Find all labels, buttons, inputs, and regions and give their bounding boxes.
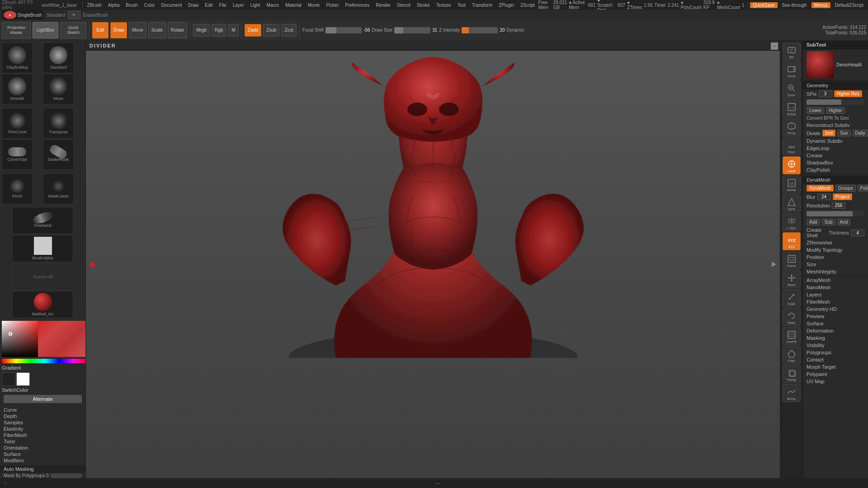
- z-intensity-slider[interactable]: [462, 27, 498, 33]
- rotate-btn[interactable]: Rotate: [168, 22, 187, 38]
- contact-item[interactable]: Contact: [803, 356, 868, 363]
- projection-master-btn[interactable]: Projection Master: [2, 22, 31, 38]
- higher-btn[interactable]: Higher: [826, 107, 844, 114]
- actual-icon-btn[interactable]: 1:1 Actual: [783, 99, 801, 117]
- daily-btn[interactable]: Daily: [853, 130, 868, 136]
- zadd-btn[interactable]: Zadd: [245, 24, 261, 37]
- draw-btn[interactable]: Draw: [110, 22, 127, 38]
- quick-sketch-btn[interactable]: Quick Sketch: [60, 22, 86, 38]
- layers-item[interactable]: Layers: [803, 291, 868, 298]
- menu-zplugin[interactable]: ZPlugin: [496, 2, 517, 9]
- scroll-icon-btn[interactable]: Scroll: [783, 61, 801, 80]
- add-btn[interactable]: Add: [807, 219, 820, 225]
- menu-brush[interactable]: Brush: [123, 2, 140, 9]
- polyf-icon-btn[interactable]: Polyf: [783, 346, 801, 364]
- prop-orientation[interactable]: Orientation: [4, 445, 82, 451]
- brush-pinch[interactable]: Pinch: [2, 174, 33, 204]
- dynamesh-title[interactable]: DynaMesh: [803, 176, 868, 184]
- menu-stroke[interactable]: Stroke: [414, 2, 433, 9]
- menu-color[interactable]: Color: [141, 2, 157, 9]
- groups-btn[interactable]: Groups: [835, 185, 856, 192]
- brush-standard[interactable]: Standard: [43, 42, 74, 73]
- res-track-dynamesh[interactable]: [807, 211, 864, 216]
- preview-item[interactable]: Preview: [803, 313, 868, 320]
- menu-render[interactable]: Render: [373, 2, 393, 9]
- brush-snakehook[interactable]: SnakeHook: [43, 139, 74, 170]
- menu-transform[interactable]: Transform: [469, 2, 495, 9]
- res-track[interactable]: [807, 99, 864, 105]
- hue-bar[interactable]: [2, 359, 86, 363]
- linefill-icon-btn[interactable]: LineFill: [783, 327, 801, 345]
- dynamic-subdiv-item[interactable]: Dynamic Subdiv: [803, 137, 868, 145]
- size-item[interactable]: Size: [803, 261, 868, 268]
- default-zscript-btn[interactable]: DefaultZScript: [832, 2, 866, 9]
- menu-macro[interactable]: Macro: [264, 2, 282, 9]
- auto-masking-header[interactable]: Auto Masking: [0, 465, 85, 473]
- smt-btn[interactable]: Smt: [822, 130, 836, 136]
- sub-btn[interactable]: Sub: [822, 219, 835, 225]
- prop-modifiers[interactable]: Modifiers: [4, 457, 82, 464]
- draw-size-slider[interactable]: [394, 27, 430, 33]
- frame-icon-btn[interactable]: Frame: [783, 251, 801, 269]
- rotate-icon-btn[interactable]: Rotat: [783, 308, 801, 326]
- uv-map-item[interactable]: UV Map: [803, 378, 868, 385]
- brush-matred[interactable]: MatRed_Inc: [12, 291, 73, 318]
- mrgb-btn[interactable]: Mrgb: [193, 24, 210, 37]
- modify-topology-item[interactable]: Modify Topology: [803, 246, 868, 253]
- brush-curvetube[interactable]: CurveTube: [2, 139, 33, 170]
- dynamic-icon-btn[interactable]: Dyna: [783, 194, 801, 212]
- polypaint-item[interactable]: Polypaint: [803, 371, 868, 378]
- floor-icon-btn[interactable]: Floor: [783, 137, 801, 155]
- position-item[interactable]: Position: [803, 253, 868, 261]
- quicksave-btn[interactable]: QuickSave: [750, 2, 777, 8]
- geometry-hd-item[interactable]: Geometry HD: [803, 305, 868, 313]
- canvas-minimize-btn[interactable]: ─: [771, 42, 778, 50]
- alternate-btn[interactable]: Alternate: [4, 395, 82, 403]
- menu-zscript[interactable]: ZScript: [518, 2, 538, 9]
- menu-zbrush[interactable]: ZBrush: [85, 2, 104, 9]
- polish-btn[interactable]: Polish: [858, 185, 868, 192]
- xyz-icon-btn[interactable]: XYZ XYZ: [783, 232, 801, 250]
- persp-icon-btn[interactable]: Persp: [783, 118, 801, 136]
- edit-btn[interactable]: Edit: [92, 22, 108, 38]
- edgeloop-item[interactable]: EdgeLoop: [803, 145, 868, 152]
- viewport[interactable]: [86, 51, 780, 478]
- array-mesh-item[interactable]: ArrayMesh: [803, 277, 868, 284]
- nano-mesh-item[interactable]: NanoMesh: [803, 284, 868, 291]
- scale-btn[interactable]: Scale: [148, 22, 166, 38]
- prop-curve[interactable]: Curve: [4, 407, 82, 413]
- shadowbox-item[interactable]: ShadowBox: [803, 159, 868, 166]
- project-btn[interactable]: Project: [833, 193, 852, 200]
- texture-off[interactable]: Texture Off: [12, 263, 73, 290]
- brush-alpha[interactable]: BrushAlpha: [12, 235, 73, 262]
- see-through-btn[interactable]: See-through: [779, 2, 810, 9]
- prop-samples[interactable]: Samples: [4, 419, 82, 426]
- transp-icon-btn[interactable]: Transp: [783, 365, 801, 383]
- menu-alpha[interactable]: Alpha: [105, 2, 123, 9]
- prop-surface[interactable]: Surface: [4, 451, 82, 457]
- bill-icon-btn[interactable]: Bill: [783, 42, 801, 61]
- and-btn[interactable]: And: [837, 219, 851, 225]
- menu-tool[interactable]: Tool: [455, 2, 468, 9]
- m-btn[interactable]: M: [228, 24, 239, 37]
- zcut-btn[interactable]: Zcut: [281, 24, 296, 37]
- fibermesh-section-item[interactable]: FiberMesh: [803, 298, 868, 305]
- demo-head-row[interactable]: DemoHead4: [803, 49, 868, 80]
- zsub-btn[interactable]: Zsub: [263, 24, 279, 37]
- menu-edit[interactable]: Edit: [202, 2, 215, 9]
- swatch-white[interactable]: [16, 372, 30, 386]
- color-gradient-picker[interactable]: [2, 321, 38, 357]
- lower-btn[interactable]: Lower: [807, 107, 824, 114]
- brush-claybuildup[interactable]: ClayBuildup: [2, 42, 33, 73]
- color-extended[interactable]: [38, 321, 86, 357]
- prop-depth[interactable]: Depth: [4, 413, 82, 419]
- menu-picker[interactable]: Picker: [323, 2, 341, 9]
- prop-elasticity[interactable]: Elasticity: [4, 426, 82, 432]
- prop-fibermesh[interactable]: FiberMesh: [4, 432, 82, 438]
- move-icon-btn[interactable]: Move: [783, 270, 801, 288]
- polygroups-track[interactable]: [51, 474, 82, 478]
- brush-smooth[interactable]: Smooth: [2, 74, 33, 104]
- menu-light[interactable]: Light: [248, 2, 263, 9]
- claypolish-item[interactable]: ClayPolish: [803, 166, 868, 174]
- aahalf-icon-btn[interactable]: AA AAHal: [783, 175, 801, 193]
